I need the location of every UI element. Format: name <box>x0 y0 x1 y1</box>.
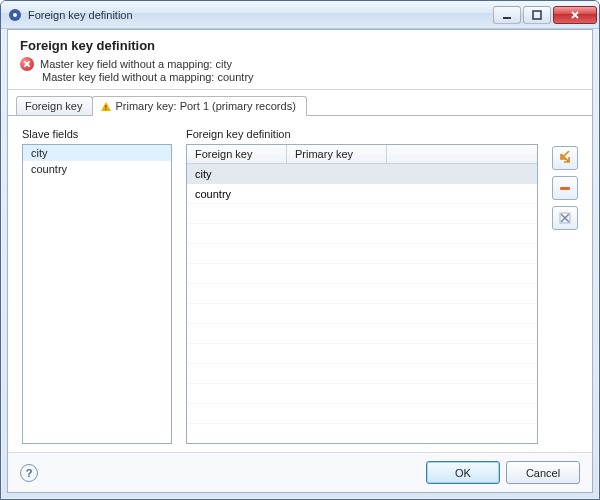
button-label: OK <box>455 467 471 479</box>
window-title: Foreign key definition <box>28 9 493 21</box>
auto-map-icon <box>558 151 572 165</box>
error-text: Master key field without a mapping: coun… <box>42 71 254 83</box>
dialog-window: Foreign key definition Foreign key defin… <box>0 0 600 500</box>
tab-label: Foreign key <box>25 100 82 112</box>
svg-rect-2 <box>503 17 511 19</box>
close-button[interactable] <box>553 6 597 24</box>
client-area: Foreign key definition Master key field … <box>7 29 593 493</box>
tab-foreign-key[interactable]: Foreign key <box>16 96 93 115</box>
clear-icon <box>558 211 572 225</box>
button-label: Cancel <box>526 467 560 479</box>
cell-fk: city <box>187 168 287 180</box>
remove-icon <box>558 181 572 195</box>
cell-fk: country <box>187 188 287 200</box>
list-item[interactable]: city <box>23 145 171 161</box>
warning-icon <box>101 102 111 111</box>
definition-table[interactable]: Foreign key Primary key city country <box>186 144 538 444</box>
svg-rect-4 <box>560 187 570 190</box>
error-text: Master key field without a mapping: city <box>40 58 232 70</box>
side-buttons <box>552 128 578 444</box>
slave-fields-panel: Slave fields city country <box>22 128 172 444</box>
svg-rect-3 <box>533 11 541 19</box>
cancel-button[interactable]: Cancel <box>506 461 580 484</box>
titlebar[interactable]: Foreign key definition <box>1 1 599 29</box>
window-controls <box>493 6 597 24</box>
clear-all-button[interactable] <box>552 206 578 230</box>
auto-map-button[interactable] <box>552 146 578 170</box>
error-message: Master key field without a mapping: coun… <box>42 71 580 83</box>
svg-point-1 <box>13 13 17 17</box>
tab-label: Primary key: Port 1 (primary records) <box>115 100 295 112</box>
table-row[interactable]: country <box>187 184 537 204</box>
list-item[interactable]: country <box>23 161 171 177</box>
col-spacer <box>387 145 537 163</box>
dialog-header: Foreign key definition Master key field … <box>8 30 592 90</box>
dialog-body: Slave fields city country Foreign key de… <box>8 116 592 452</box>
slave-fields-list[interactable]: city country <box>22 144 172 444</box>
app-icon <box>7 7 23 23</box>
dialog-footer: ? OK Cancel <box>8 452 592 492</box>
tab-primary-key[interactable]: Primary key: Port 1 (primary records) <box>92 96 306 116</box>
definition-label: Foreign key definition <box>186 128 538 140</box>
minimize-button[interactable] <box>493 6 521 24</box>
help-icon: ? <box>26 467 33 479</box>
table-row[interactable]: city <box>187 164 537 184</box>
maximize-button[interactable] <box>523 6 551 24</box>
remove-mapping-button[interactable] <box>552 176 578 200</box>
ok-button[interactable]: OK <box>426 461 500 484</box>
slave-fields-label: Slave fields <box>22 128 172 140</box>
definition-panel: Foreign key definition Foreign key Prima… <box>186 128 538 444</box>
dialog-heading: Foreign key definition <box>20 38 580 53</box>
help-button[interactable]: ? <box>20 464 38 482</box>
table-body[interactable]: city country <box>187 164 537 443</box>
error-message: Master key field without a mapping: city <box>20 57 580 71</box>
col-primary-key[interactable]: Primary key <box>287 145 387 163</box>
tabstrip: Foreign key Primary key: Port 1 (primary… <box>8 90 592 116</box>
list-item-text: city <box>31 147 48 159</box>
error-icon <box>20 57 34 71</box>
list-item-text: country <box>31 163 67 175</box>
col-foreign-key[interactable]: Foreign key <box>187 145 287 163</box>
table-header: Foreign key Primary key <box>187 145 537 164</box>
